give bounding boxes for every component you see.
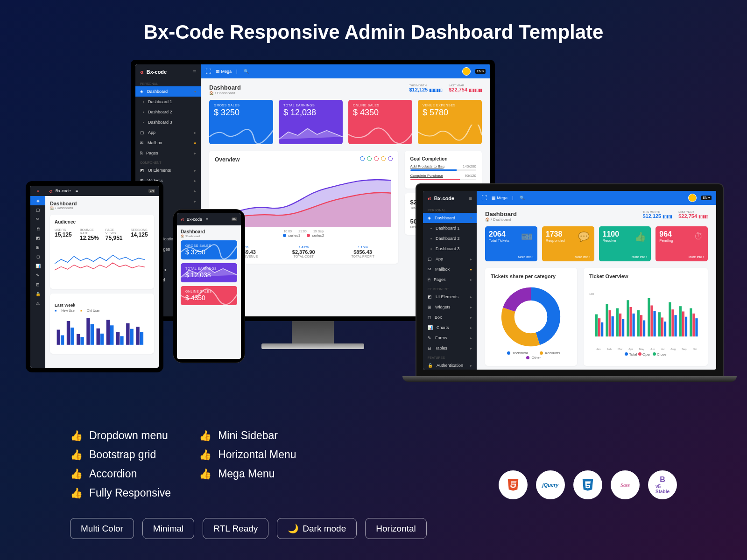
menu-icon[interactable]: ≡ — [193, 69, 196, 75]
svg-text:100: 100 — [589, 293, 594, 295]
svg-rect-25 — [669, 302, 671, 336]
feature-accordion: 👍Accordion — [70, 468, 171, 480]
svg-rect-31 — [690, 308, 692, 337]
card-resolve[interactable]: 1100Resolve👍More info › — [599, 226, 651, 261]
card-pending[interactable]: 964Pending⏱More info › — [655, 226, 708, 261]
topbar: ⛶ ▦ Mega | 🔍 EN ▾ — [201, 64, 490, 78]
chart-toolbar[interactable] — [360, 156, 393, 161]
svg-rect-7 — [606, 304, 608, 336]
thumbs-up-icon: 👍 — [70, 449, 83, 461]
svg-rect-47 — [120, 336, 123, 344]
tag-minimal[interactable]: Minimal — [142, 518, 194, 539]
jquery-icon: jQuery — [536, 470, 565, 499]
logo-icon: « — [140, 68, 144, 76]
audience-panel: Audience USERS15,125 Bounce Rate12.25% P… — [50, 215, 154, 289]
mega-menu[interactable]: ▦ Mega — [216, 69, 232, 74]
feature-mini-sidebar: 👍Mini Sidebar — [199, 429, 296, 442]
sidebar-item-dash1[interactable]: Dashboard 1 — [135, 97, 201, 107]
svg-rect-43 — [100, 334, 104, 345]
svg-rect-26 — [671, 309, 674, 336]
sidebar-item-ui[interactable]: ◩ UI Elements▸ — [135, 165, 201, 175]
svg-rect-23 — [661, 317, 663, 336]
svg-rect-4 — [595, 315, 598, 337]
feature-horizontal: 👍Horizontal Menu — [199, 448, 296, 461]
donut-panel: Tickets share per category Technical — [485, 268, 577, 366]
feature-responsive: 👍Fully Responsive — [70, 487, 171, 499]
brand[interactable]: « Bx-code ≡ — [135, 64, 201, 79]
svg-rect-32 — [692, 314, 695, 336]
sass-icon: Sass — [611, 470, 640, 499]
svg-rect-39 — [80, 337, 84, 345]
svg-rect-34 — [57, 330, 60, 345]
thumbs-up-icon: 👍 — [70, 468, 83, 480]
sidebar-item-app[interactable]: ▢ App▸ — [135, 127, 201, 138]
svg-rect-13 — [627, 300, 629, 336]
stat-gross-sales[interactable]: GROSS SALES $ 3250 — [209, 100, 273, 144]
svg-rect-12 — [622, 319, 624, 336]
svg-rect-48 — [126, 323, 129, 345]
stat-online-sales[interactable]: ONLINE SALES $ 4350 — [348, 100, 412, 144]
feature-bootstrap: 👍Bootstrap grid — [70, 448, 171, 461]
sidebar-item-dashboard[interactable]: ◈ Dashboard▾ — [135, 86, 201, 97]
sidebar-item-pages[interactable]: ⎘ Pages▸ — [135, 148, 201, 158]
laptop-sidebar: «Bx-code≡ PERSONAL ◈ Dashboard▾ Dashboar… — [423, 191, 477, 370]
avatar[interactable] — [462, 67, 471, 76]
last-week-panel: Last Week ■ New User ■ Old User — [50, 294, 154, 354]
search-icon[interactable]: 🔍 — [244, 69, 249, 74]
svg-rect-36 — [67, 321, 70, 345]
svg-rect-24 — [664, 322, 666, 336]
fullscreen-icon[interactable]: ⛶ — [205, 68, 211, 75]
svg-rect-20 — [650, 305, 653, 336]
svg-rect-41 — [91, 324, 94, 345]
phone-device: «Bx-code≡ EN Dashboard 🏠 / Dashboard GRO… — [173, 209, 245, 363]
card-total-tickets[interactable]: 2064Total Tickets🎫More info › — [485, 226, 537, 261]
bar-panel: Ticket Overview 100 — [584, 268, 708, 366]
svg-rect-17 — [640, 315, 642, 336]
svg-rect-46 — [116, 332, 120, 345]
thumbs-up-icon: 👍 — [199, 449, 211, 461]
svg-rect-9 — [611, 316, 613, 336]
svg-rect-51 — [140, 332, 143, 345]
svg-rect-30 — [685, 317, 687, 336]
phone-topbar: «Bx-code≡ EN — [177, 213, 241, 225]
stat-total-earnings[interactable]: TOTAL EARNINGS $ 12,038 — [279, 100, 343, 144]
thumbs-up-icon: 👍 — [70, 487, 83, 499]
moon-icon: 🌙 — [288, 523, 299, 534]
sidebar-item-dash3[interactable]: Dashboard 3 — [135, 117, 201, 127]
svg-rect-18 — [643, 320, 645, 336]
html5-icon — [499, 470, 528, 499]
svg-rect-33 — [695, 318, 698, 336]
svg-rect-19 — [648, 298, 650, 336]
svg-rect-35 — [61, 335, 64, 344]
sidebar-item-mailbox[interactable]: ✉ Mailbox● — [135, 138, 201, 148]
svg-rect-10 — [616, 308, 619, 337]
svg-rect-27 — [674, 315, 677, 336]
tag-darkmode[interactable]: 🌙Dark mode — [277, 518, 357, 539]
tag-horizontal[interactable]: Horizontal — [365, 518, 427, 539]
locale-badge[interactable]: EN ▾ — [475, 69, 486, 74]
thumbs-up-icon: 👍 — [199, 468, 211, 480]
tablet-device: « ◈ ▢ ✉ ⎘ ◩ ⊞ ◻ 📊 ✎ ⊟ 🔒 ⚠ «Bx-code≡ EN — [26, 181, 163, 372]
tag-rtl[interactable]: RTL Ready — [203, 518, 268, 539]
tag-multicolor[interactable]: Multi Color — [70, 518, 134, 539]
last-week-chart — [55, 312, 149, 347]
page-title: Dashboard — [209, 84, 241, 91]
bootstrap-icon: B v5Stable — [648, 470, 677, 499]
svg-rect-29 — [682, 311, 684, 336]
svg-rect-44 — [106, 320, 110, 345]
stat-venue-expenses[interactable]: VENUE EXPENSES $ 5780 — [418, 100, 482, 144]
sidebar-item-dash2[interactable]: Dashboard 2 — [135, 107, 201, 117]
svg-rect-28 — [679, 306, 682, 336]
svg-rect-14 — [629, 307, 632, 336]
svg-rect-38 — [77, 334, 80, 345]
card-responded[interactable]: 1738Responded💬More info › — [542, 226, 594, 261]
svg-rect-6 — [601, 322, 603, 336]
audience-chart — [55, 245, 149, 282]
laptop-device: «Bx-code≡ PERSONAL ◈ Dashboard▾ Dashboar… — [416, 183, 724, 377]
css3-icon — [573, 470, 602, 499]
svg-rect-37 — [70, 328, 74, 345]
svg-rect-11 — [619, 314, 621, 336]
hero-title: Bx-Code Responsive Admin Dashboard Templ… — [0, 0, 747, 43]
thumbs-up-icon: 👍 — [199, 430, 211, 442]
svg-rect-40 — [86, 318, 90, 345]
